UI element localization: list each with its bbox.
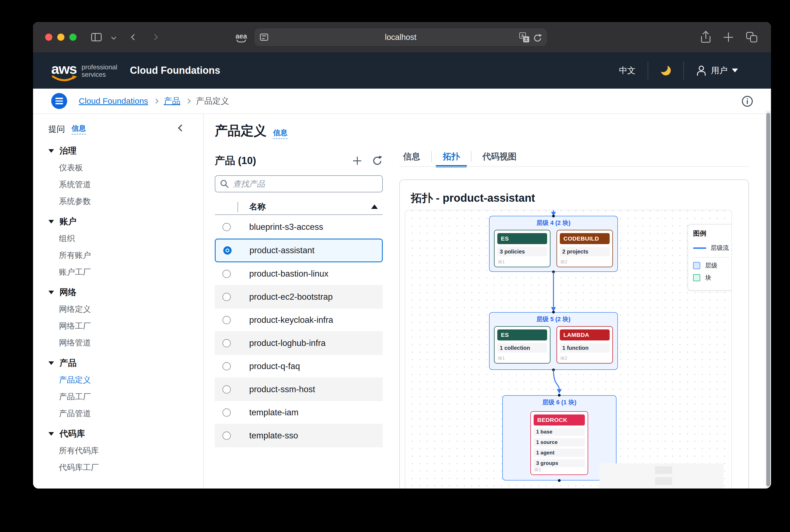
list-title: 产品 (10): [215, 154, 256, 168]
es-block[interactable]: ES 1 collection 块1: [494, 326, 550, 364]
product-row[interactable]: blueprint-s3-access: [215, 215, 383, 239]
product-row-selected[interactable]: product-assistant: [215, 239, 383, 262]
radio-button[interactable]: [223, 316, 231, 324]
triangle-down-icon: [49, 432, 54, 436]
topology-card: 拓扑 - product-assistant 层级 4 (2 块) ES 3 p…: [399, 179, 749, 489]
level-5-group[interactable]: 层级 5 (2 块) ES 1 collection 块1 LAMBDA: [489, 312, 618, 370]
sidebar-section-repositories[interactable]: 代码库: [49, 427, 203, 440]
sidebar-item-product-pipelines[interactable]: 产品管道: [59, 407, 203, 420]
tab-code-view[interactable]: 代码视图: [471, 147, 528, 167]
page-info-link[interactable]: 信息: [273, 128, 287, 139]
radio-button[interactable]: [223, 385, 231, 394]
radio-button[interactable]: [223, 270, 231, 278]
level-4-group[interactable]: 层级 4 (2 块) ES 3 policies 块1 CODEBUILD: [489, 216, 618, 272]
address-bar[interactable]: localhost A文: [255, 28, 547, 46]
legend-title: 图例: [693, 229, 729, 238]
reload-icon[interactable]: [532, 33, 543, 43]
user-label: 用户: [711, 65, 728, 76]
product-row[interactable]: template-iam: [215, 401, 383, 424]
sidebar-item-system-parameters[interactable]: 系统参数: [59, 195, 203, 208]
product-row[interactable]: product-ec2-bootstrap: [215, 285, 383, 308]
radio-button[interactable]: [223, 223, 231, 231]
url-text[interactable]: localhost: [255, 33, 546, 42]
sidebar-item-repository-factory[interactable]: 代码库工厂: [59, 461, 203, 474]
menu-button[interactable]: [51, 93, 67, 109]
sidebar-item-product-factory[interactable]: 产品工厂: [59, 391, 203, 403]
bedrock-block[interactable]: BEDROCK 1 base 1 source 1 agent 3 groups…: [530, 411, 588, 475]
sort-ascending-icon[interactable]: [371, 205, 378, 209]
info-icon[interactable]: [741, 95, 753, 107]
sidebar-item-dashboard[interactable]: 仪表板: [59, 162, 203, 174]
sidebar-item-account-factory[interactable]: 账户工厂: [59, 266, 203, 279]
radio-button-selected[interactable]: [223, 246, 231, 254]
chevron-down-icon[interactable]: [110, 22, 118, 52]
dark-mode-toggle-moon-icon[interactable]: [660, 65, 671, 76]
product-row[interactable]: product-ssm-host: [215, 378, 383, 401]
radio-button[interactable]: [223, 339, 231, 347]
radio-button[interactable]: [223, 408, 231, 417]
radio-button[interactable]: [223, 293, 231, 301]
share-icon[interactable]: [701, 32, 710, 43]
lambda-block[interactable]: LAMBDA 1 function 块2: [557, 326, 613, 364]
search-input[interactable]: [233, 179, 378, 189]
level-swatch: [693, 262, 700, 269]
tab-overview-icon[interactable]: [746, 32, 757, 42]
column-header-name[interactable]: 名称: [249, 201, 266, 212]
new-tab-icon[interactable]: [723, 33, 733, 42]
scrollbar-thumb[interactable]: [766, 113, 770, 486]
sidebar-item-network-definition[interactable]: 网络定义: [59, 303, 203, 316]
close-window-button[interactable]: [45, 34, 52, 41]
language-switch[interactable]: 中文: [619, 65, 636, 76]
forward-button[interactable]: [149, 22, 161, 52]
triangle-down-icon: [49, 361, 54, 365]
breadcrumb-current: 产品定义: [196, 95, 229, 107]
breadcrumb-link-products[interactable]: 产品: [164, 95, 180, 107]
page-scrollbar[interactable]: [766, 111, 771, 489]
search-box: [215, 175, 383, 192]
ask-info-link[interactable]: 信息: [72, 124, 86, 135]
breadcrumb-link-home[interactable]: Cloud Foundations: [79, 96, 148, 106]
product-list-panel: 产品定义 信息 产品 (10): [215, 114, 383, 447]
table-header[interactable]: 名称: [215, 199, 383, 215]
product-row[interactable]: product-keycloak-infra: [215, 308, 383, 331]
product-row[interactable]: product-q-faq: [215, 355, 383, 378]
zoom-window-button[interactable]: [69, 34, 77, 41]
aws-wordmark: aws: [51, 61, 77, 77]
es-block[interactable]: ES 3 policies 块1: [494, 230, 550, 267]
chevron-right-icon: [153, 98, 158, 103]
refresh-button[interactable]: [372, 155, 383, 166]
sidebar-item-network-pipelines[interactable]: 网络管道: [59, 337, 203, 349]
sidebar-toggle-icon[interactable]: [90, 22, 103, 52]
sidebar-item-all-repositories[interactable]: 所有代码库: [59, 444, 203, 457]
user-menu[interactable]: 用户: [696, 65, 738, 76]
sidebar-section-accounts[interactable]: 账户: [49, 215, 203, 228]
browser-window: aea localhost A文: [33, 22, 771, 489]
sidebar-item-organization[interactable]: 组织: [59, 232, 203, 245]
minimize-window-button[interactable]: [57, 34, 64, 41]
block-swatch: [693, 274, 700, 281]
sidebar-item-system-pipelines[interactable]: 系统管道: [59, 178, 203, 191]
bedrock-service-chip: BEDROCK: [534, 415, 585, 425]
tab-topology[interactable]: 拓扑: [432, 147, 471, 167]
product-row[interactable]: product-bastion-linux: [215, 262, 383, 285]
sidebar-section-products[interactable]: 产品: [49, 356, 203, 369]
reader-mode-icon[interactable]: [260, 34, 268, 41]
extension-icon[interactable]: aea: [233, 22, 249, 52]
triangle-down-icon: [49, 149, 54, 153]
radio-button[interactable]: [223, 362, 231, 370]
product-row[interactable]: product-loghub-infra: [215, 331, 383, 355]
codebuild-block[interactable]: CODEBUILD 2 projects 块2: [557, 230, 613, 267]
radio-button[interactable]: [223, 432, 231, 440]
product-row[interactable]: template-sso: [215, 424, 383, 447]
sidebar-item-network-factory[interactable]: 网络工厂: [59, 320, 203, 332]
tab-info[interactable]: 信息: [399, 147, 431, 167]
translate-icon[interactable]: A文: [519, 33, 529, 42]
app-header: aws professional services Cloud Foundati…: [33, 52, 771, 89]
back-button[interactable]: [128, 22, 140, 52]
sidebar-item-all-accounts[interactable]: 所有账户: [59, 249, 203, 262]
sidebar-section-network[interactable]: 网络: [49, 286, 203, 299]
sidebar-item-product-definition[interactable]: 产品定义: [59, 374, 203, 386]
topology-diagram[interactable]: 层级 4 (2 块) ES 3 policies 块1 CODEBUILD: [405, 210, 732, 489]
add-product-button[interactable]: [353, 157, 361, 165]
sidebar-section-governance[interactable]: 治理: [49, 144, 203, 157]
